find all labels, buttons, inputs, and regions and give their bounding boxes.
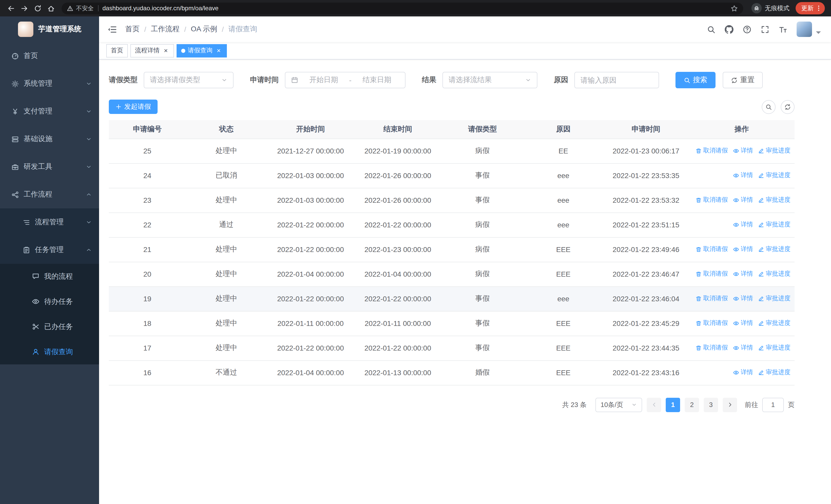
update-button[interactable]: 更新 bbox=[796, 2, 825, 14]
eye-icon bbox=[733, 320, 739, 326]
prev-page-button[interactable] bbox=[647, 397, 661, 412]
table-cell: 19 bbox=[109, 287, 186, 311]
font-size-icon[interactable] bbox=[779, 25, 787, 34]
address-bar[interactable]: 不安全 dashboard.yudao.iocoder.cn/bpm/oa/le… bbox=[62, 2, 743, 14]
cancel-leave-link[interactable]: 取消请假 bbox=[695, 319, 728, 328]
column-header: 结束时间 bbox=[354, 120, 441, 139]
page-goto-input[interactable] bbox=[762, 397, 784, 412]
approval-progress-link[interactable]: 审批进度 bbox=[758, 368, 791, 377]
table-cell: 2022-01-22 23:43:16 bbox=[603, 360, 689, 385]
breadcrumb-item[interactable]: 工作流程 bbox=[151, 25, 180, 34]
approval-progress-link[interactable]: 审批进度 bbox=[758, 319, 791, 328]
breadcrumb-item[interactable]: 首页 bbox=[125, 25, 140, 34]
total-count-label: 共 23 条 bbox=[562, 400, 587, 409]
approval-progress-link[interactable]: 审批进度 bbox=[758, 147, 791, 155]
search-button[interactable]: 搜索 bbox=[676, 72, 716, 88]
detail-link[interactable]: 详情 bbox=[733, 344, 753, 352]
sidebar-item-completed-tasks[interactable]: 已办任务 bbox=[0, 314, 99, 339]
cancel-leave-link[interactable]: 取消请假 bbox=[695, 294, 728, 303]
detail-link[interactable]: 详情 bbox=[733, 245, 753, 254]
actions-cell: 取消请假详情审批进度 bbox=[689, 287, 795, 311]
detail-link[interactable]: 详情 bbox=[733, 220, 753, 229]
sidebar-item-payment-management[interactable]: 支付管理 bbox=[0, 97, 99, 125]
approval-progress-link[interactable]: 审批进度 bbox=[758, 171, 791, 180]
leave-table: 申请编号状态开始时间结束时间请假类型原因申请时间操作 25处理中2021-12-… bbox=[109, 120, 795, 385]
chevron-left-icon bbox=[651, 402, 657, 408]
sidebar-item-process-management[interactable]: 流程管理 bbox=[0, 208, 99, 236]
tab-close-icon[interactable]: × bbox=[215, 47, 222, 54]
search-icon[interactable] bbox=[707, 25, 716, 34]
approval-progress-link[interactable]: 审批进度 bbox=[758, 270, 791, 278]
sidebar-item-system-management[interactable]: 系统管理 bbox=[0, 70, 99, 97]
approval-progress-link[interactable]: 审批进度 bbox=[758, 294, 791, 303]
detail-link[interactable]: 详情 bbox=[733, 319, 753, 328]
edit-icon bbox=[758, 271, 764, 277]
leave-type-select[interactable]: 请选择请假类型 bbox=[144, 72, 233, 88]
help-icon[interactable] bbox=[743, 25, 751, 34]
detail-link[interactable]: 详情 bbox=[733, 196, 753, 205]
table-cell: 2021-12-27 00:00:00 bbox=[267, 139, 354, 163]
chevron-up-icon bbox=[86, 247, 92, 253]
back-button[interactable] bbox=[4, 2, 18, 15]
tab-close-icon[interactable]: × bbox=[162, 47, 169, 54]
server-icon bbox=[11, 135, 19, 143]
eye-icon bbox=[733, 345, 739, 351]
page-button-1[interactable]: 1 bbox=[666, 397, 680, 412]
next-page-button[interactable] bbox=[723, 397, 737, 412]
approval-progress-link[interactable]: 审批进度 bbox=[758, 245, 791, 254]
sidebar-item-workflow[interactable]: 工作流程 bbox=[0, 181, 99, 208]
sidebar-item-dev-tools[interactable]: 研发工具 bbox=[0, 153, 99, 181]
reason-input[interactable] bbox=[574, 72, 659, 88]
table-cell: 2022-01-19 00:00:00 bbox=[354, 139, 441, 163]
table-header-row: 申请编号状态开始时间结束时间请假类型原因申请时间操作 bbox=[109, 120, 795, 139]
bookmark-star-icon[interactable] bbox=[730, 4, 738, 12]
app-logo-row[interactable]: 芋道管理系统 bbox=[0, 17, 99, 42]
menu-kebab-icon[interactable] bbox=[815, 5, 822, 12]
tab-process-detail[interactable]: 流程详情× bbox=[131, 44, 174, 57]
home-button[interactable] bbox=[44, 2, 57, 15]
approval-progress-link[interactable]: 审批进度 bbox=[758, 220, 791, 229]
tab-leave-query[interactable]: 请假查询× bbox=[177, 44, 227, 57]
table-cell: eee bbox=[523, 163, 603, 188]
sidebar-item-home[interactable]: 首页 bbox=[0, 42, 99, 70]
cancel-leave-link[interactable]: 取消请假 bbox=[695, 245, 728, 254]
breadcrumb-item[interactable]: OA 示例 bbox=[191, 25, 218, 34]
github-icon[interactable] bbox=[725, 25, 734, 34]
page-button-2[interactable]: 2 bbox=[685, 397, 699, 412]
cancel-leave-link[interactable]: 取消请假 bbox=[695, 270, 728, 278]
sidebar-item-infrastructure[interactable]: 基础设施 bbox=[0, 125, 99, 153]
hamburger-icon[interactable] bbox=[107, 24, 117, 34]
sidebar-item-label: 工作流程 bbox=[24, 190, 52, 199]
date-range-picker[interactable]: 开始日期 - 结束日期 bbox=[285, 72, 405, 88]
tab-home[interactable]: 首页 bbox=[106, 44, 128, 57]
cancel-leave-link[interactable]: 取消请假 bbox=[695, 196, 728, 205]
tab-label: 首页 bbox=[111, 46, 123, 55]
sidebar-item-task-management[interactable]: 任务管理 bbox=[0, 236, 99, 264]
fullscreen-icon[interactable] bbox=[761, 25, 769, 34]
create-leave-button[interactable]: 发起请假 bbox=[109, 99, 157, 114]
reload-button[interactable] bbox=[31, 2, 44, 15]
detail-link[interactable]: 详情 bbox=[733, 368, 753, 377]
detail-link[interactable]: 详情 bbox=[733, 270, 753, 278]
cancel-leave-link[interactable]: 取消请假 bbox=[695, 344, 728, 352]
forward-button[interactable] bbox=[18, 2, 31, 15]
user-menu[interactable] bbox=[797, 22, 823, 37]
detail-link[interactable]: 详情 bbox=[733, 171, 753, 180]
reset-button[interactable]: 重置 bbox=[723, 72, 763, 88]
cancel-leave-link[interactable]: 取消请假 bbox=[695, 147, 728, 155]
approval-progress-link[interactable]: 审批进度 bbox=[758, 344, 791, 352]
sidebar-item-my-processes[interactable]: 我的流程 bbox=[0, 264, 99, 289]
detail-link[interactable]: 详情 bbox=[733, 294, 753, 303]
detail-link[interactable]: 详情 bbox=[733, 147, 753, 155]
chevron-up-icon bbox=[86, 191, 92, 198]
page-button-3[interactable]: 3 bbox=[704, 397, 718, 412]
page-size-select[interactable]: 10条/页 bbox=[595, 397, 642, 412]
result-select[interactable]: 请选择流结果 bbox=[442, 72, 537, 88]
edit-icon bbox=[758, 197, 764, 203]
approval-progress-link[interactable]: 审批进度 bbox=[758, 196, 791, 205]
sidebar-item-pending-tasks[interactable]: 待办任务 bbox=[0, 289, 99, 314]
table-cell: 病假 bbox=[441, 262, 523, 287]
toggle-search-button[interactable] bbox=[762, 100, 776, 114]
refresh-table-button[interactable] bbox=[781, 100, 795, 114]
sidebar-item-leave-query[interactable]: 请假查询 bbox=[0, 339, 99, 364]
